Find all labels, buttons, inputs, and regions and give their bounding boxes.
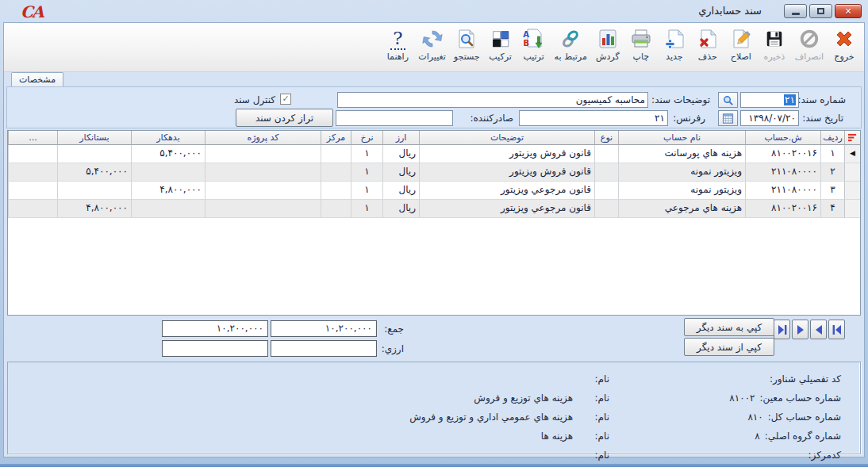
cell-radif[interactable]: ۲ <box>820 163 844 182</box>
cell-credit[interactable]: ۴,۸۰۰,۰۰۰ <box>57 200 131 218</box>
cell-radif[interactable]: ۱ <box>820 145 844 163</box>
cell-more[interactable] <box>8 163 57 182</box>
toolbar-item-compose[interactable]: ترکيب <box>484 26 517 63</box>
doc-control-checkbox[interactable] <box>280 94 291 105</box>
cell-more[interactable] <box>8 145 57 163</box>
cell-radif[interactable]: ۳ <box>820 182 844 200</box>
cell-description[interactable]: قانون فروش ويزيتور <box>419 163 594 182</box>
row-indicator[interactable] <box>844 200 860 218</box>
cell-type[interactable] <box>594 145 618 163</box>
cell-project-code[interactable] <box>205 200 321 218</box>
toolbar-item-new[interactable]: جديد <box>658 26 691 63</box>
balance-document-button[interactable]: تراز کردن سند <box>236 109 333 127</box>
cell-account-name[interactable]: ويزيتور نمونه <box>618 182 745 200</box>
doc-description-label: توضيحات سند: <box>651 92 710 108</box>
cell-project-code[interactable] <box>205 145 321 163</box>
name-value: هزينه هاي عمومي اداري و توزيع و فروش <box>8 411 573 423</box>
calendar-button[interactable] <box>718 110 738 126</box>
row-selector-header[interactable] <box>844 131 860 145</box>
cell-currency[interactable]: ريال <box>382 145 419 163</box>
svg-text:A: A <box>523 30 529 39</box>
cell-rate[interactable]: ۱ <box>351 200 382 218</box>
cell-project-code[interactable] <box>205 163 321 182</box>
cell-rate[interactable]: ۱ <box>351 145 382 163</box>
row-indicator[interactable] <box>844 182 860 200</box>
cell-account-name[interactable]: هزينه هاي پورسانت <box>618 145 745 163</box>
account-info-label: شماره حساب کل: <box>768 411 841 423</box>
cell-account-no[interactable]: ۲۱۱۰۸۰۰۰۰ <box>745 182 820 200</box>
cell-radif[interactable]: ۴ <box>820 200 844 218</box>
grid-body: ◀ ۱ ۸۱۰۰۲۰۰۱۶ هزينه هاي پورسانت قانون فر… <box>8 145 860 218</box>
cell-center[interactable] <box>321 145 351 163</box>
table-row[interactable]: ۴ ۸۱۰۰۲۰۰۱۶ هزينه هاي مرجوعي قانون مرجوع… <box>8 200 860 218</box>
cell-type[interactable] <box>594 182 618 200</box>
cell-credit[interactable]: ۵,۴۰۰,۰۰۰ <box>57 163 131 182</box>
toolbar-item-search[interactable]: جستجو <box>450 26 484 63</box>
cell-center[interactable] <box>321 200 351 218</box>
table-row[interactable]: ◀ ۱ ۸۱۰۰۲۰۰۱۶ هزينه هاي پورسانت قانون فر… <box>8 145 860 163</box>
toolbar-item-help[interactable]: ? راهنما <box>381 26 414 63</box>
cell-rate[interactable]: ۱ <box>351 182 382 200</box>
tab-specifications[interactable]: مشخصات <box>11 72 63 86</box>
cell-debit[interactable]: ۵,۴۰۰,۰۰۰ <box>131 145 205 163</box>
cell-account-name[interactable]: هزينه هاي مرجوعي <box>618 200 745 218</box>
cell-currency[interactable]: ريال <box>382 200 419 218</box>
toolbar-item-order[interactable]: AB ترتيب <box>517 26 551 63</box>
cell-account-name[interactable]: ويزيتور نمونه <box>618 163 745 182</box>
doc-number-input[interactable]: ۲۱ <box>740 92 799 108</box>
cell-description[interactable]: قانون مرجوعي ويزيتور <box>419 200 594 218</box>
cell-debit[interactable]: ۴,۸۰۰,۰۰۰ <box>131 182 205 200</box>
toolbar-item-print[interactable]: چاپ <box>624 26 658 63</box>
close-button[interactable]: ✕ <box>835 4 862 18</box>
nav-first-icon <box>832 324 842 335</box>
copy-to-document-button[interactable]: کپي به سند ديگر <box>684 318 774 336</box>
account-info-panel: کد تفصيلي شناور: نام: شماره حساب معين: ۸… <box>7 362 861 454</box>
table-row[interactable]: ۳ ۲۱۱۰۸۰۰۰۰ ويزيتور نمونه قانون مرجوعي و… <box>8 182 860 200</box>
cell-account-no[interactable]: ۲۱۱۰۸۰۰۰۰ <box>745 163 820 182</box>
save-icon <box>762 27 786 51</box>
copy-from-document-button[interactable]: کپي از سند ديگر <box>684 338 774 356</box>
doc-description-input[interactable]: محاسبه کميسيون <box>337 92 648 108</box>
document-header-panel: شماره سند: ۲۱ توضيحات سند: محاسبه کميسيو… <box>6 86 862 128</box>
cell-more[interactable] <box>8 182 57 200</box>
toolbar-item-exit[interactable]: خروج <box>828 26 861 63</box>
cell-center[interactable] <box>321 182 351 200</box>
cell-debit[interactable] <box>131 163 205 182</box>
toolbar-item-delete[interactable]: حذف <box>691 26 724 63</box>
cell-type[interactable] <box>594 163 618 182</box>
cell-currency[interactable]: ريال <box>382 182 419 200</box>
cell-account-no[interactable]: ۸۱۰۰۲۰۰۱۶ <box>745 200 820 218</box>
cell-debit[interactable] <box>131 200 205 218</box>
cell-credit[interactable] <box>57 145 131 163</box>
cell-currency[interactable]: ريال <box>382 163 419 182</box>
minimize-button[interactable] <box>784 4 807 18</box>
calendar-icon <box>722 113 734 124</box>
nav-first-button[interactable] <box>828 320 845 339</box>
restore-button[interactable] <box>809 4 832 18</box>
nav-next-button[interactable] <box>792 320 808 339</box>
doc-number-search-button[interactable] <box>718 92 738 108</box>
cell-description[interactable]: قانون فروش ويزيتور <box>419 145 594 163</box>
name-label: نام: <box>573 373 609 385</box>
cell-type[interactable] <box>594 200 618 218</box>
toolbar-item-related[interactable]: مرتبط به <box>551 26 591 63</box>
table-row[interactable]: ۲ ۲۱۱۰۸۰۰۰۰ ويزيتور نمونه قانون فروش ويز… <box>8 163 860 182</box>
cell-rate[interactable]: ۱ <box>351 163 382 182</box>
toolbar-item-edit[interactable]: اصلاح <box>724 26 758 63</box>
cell-more[interactable] <box>8 200 57 218</box>
cell-account-no[interactable]: ۸۱۰۰۲۰۰۱۶ <box>745 145 820 163</box>
reference-input[interactable]: ۲۱ <box>519 110 668 126</box>
cell-project-code[interactable] <box>205 182 321 200</box>
nav-last-button[interactable] <box>774 320 790 339</box>
row-indicator[interactable]: ◀ <box>844 145 860 163</box>
cell-description[interactable]: قانون مرجوعي ويزيتور <box>419 182 594 200</box>
cell-credit[interactable] <box>57 182 131 200</box>
doc-date-input[interactable]: ۱۳۹۸/۰۷/۲۰ <box>740 110 799 126</box>
row-indicator[interactable] <box>844 163 860 182</box>
toolbar-item-turnover[interactable]: گردش <box>591 26 624 63</box>
cell-center[interactable] <box>321 163 351 182</box>
issuer-input[interactable] <box>336 110 453 126</box>
name-label: نام: <box>573 411 609 423</box>
nav-prev-button[interactable] <box>810 320 827 339</box>
toolbar-item-changes[interactable]: تغييرات <box>414 26 450 63</box>
